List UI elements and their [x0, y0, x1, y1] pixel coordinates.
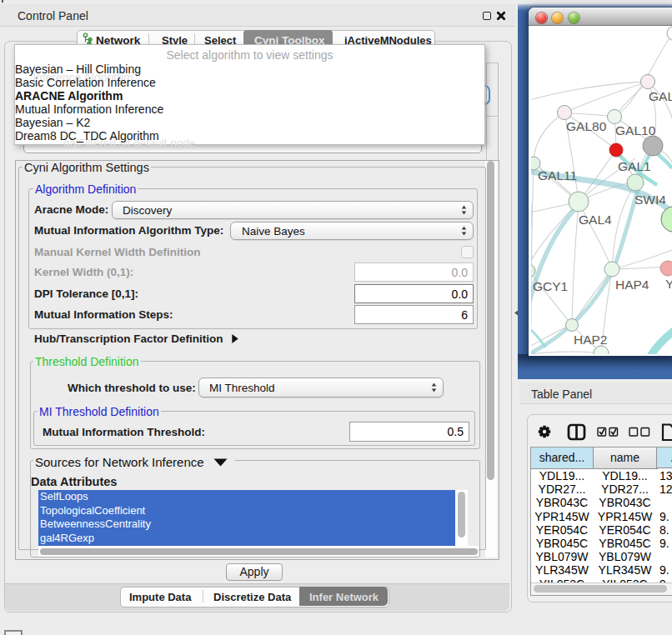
svg-text:GAL1: GAL1: [618, 159, 651, 173]
svg-text:GAL4: GAL4: [579, 212, 612, 227]
svg-text:HAP4: HAP4: [615, 278, 649, 292]
svg-text:GAL2: GAL2: [649, 89, 672, 103]
svg-text:Y: Y: [665, 277, 672, 291]
svg-text:GAL11: GAL11: [538, 168, 577, 182]
svg-text:HAP2: HAP2: [574, 332, 608, 347]
svg-text:GAL10: GAL10: [615, 123, 656, 138]
svg-text:GAL80: GAL80: [566, 119, 607, 133]
svg-text:SWI4: SWI4: [634, 192, 666, 207]
svg-text:GCY1: GCY1: [533, 279, 568, 293]
